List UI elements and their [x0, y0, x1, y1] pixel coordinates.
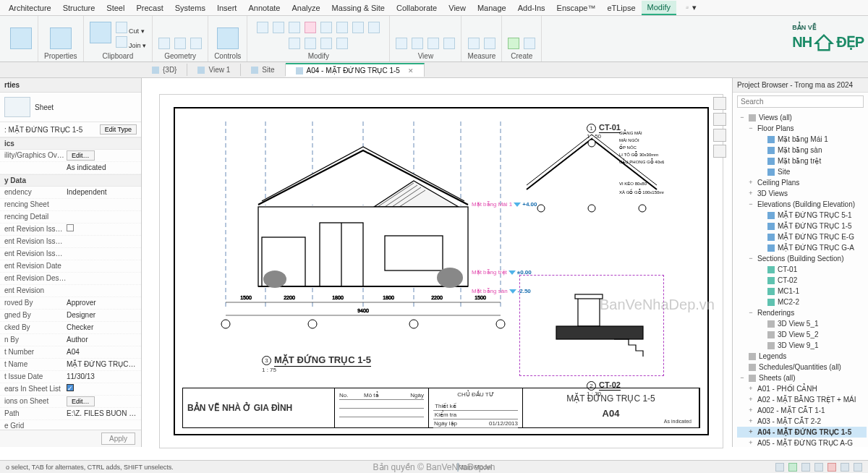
tree-item[interactable]: CT-02: [737, 275, 867, 286]
s-icon[interactable]: [801, 463, 810, 472]
prop-row[interactable]: endencyIndependent: [0, 187, 141, 199]
prop-row[interactable]: ions on SheetEdit…: [0, 396, 141, 408]
s-icon[interactable]: [854, 463, 862, 472]
tab-architecture[interactable]: Architecture: [3, 1, 57, 14]
zoom-icon[interactable]: [713, 129, 726, 142]
tab-analyze[interactable]: Analyze: [286, 1, 326, 14]
tree-item[interactable]: MẶT ĐỨNG TRỤC 5-1: [737, 210, 867, 221]
prop-row[interactable]: As indicated: [0, 162, 141, 174]
prop-row[interactable]: rencing Detail: [0, 211, 141, 223]
prop-row[interactable]: gned ByDesigner: [0, 310, 141, 322]
create-icon1[interactable]: [508, 38, 519, 49]
apply-button[interactable]: Apply: [101, 432, 135, 445]
tree-item[interactable]: Mặt bằng Mái 1: [737, 134, 867, 145]
dimension-icon[interactable]: [484, 38, 495, 49]
group-identity[interactable]: y Data: [0, 174, 141, 187]
tab-massing[interactable]: Massing & Site: [326, 1, 391, 14]
prop-row[interactable]: rencing Sheet: [0, 199, 141, 211]
tree-sheet-item[interactable]: +A002 - MẶT CẮT 1-1: [737, 405, 867, 416]
properties-icon[interactable]: [50, 27, 72, 49]
view-tab-view1[interactable]: View 1: [187, 64, 241, 76]
type-selector[interactable]: Sheet: [0, 93, 141, 122]
tree-sheet-item[interactable]: +A02 - MẶT BẰNG TRỆT + MÁI: [737, 394, 867, 405]
rotate-icon[interactable]: [336, 22, 348, 33]
browser-search[interactable]: [737, 95, 864, 108]
tree-item[interactable]: MC1-1: [737, 286, 867, 297]
align-icon[interactable]: [257, 22, 268, 33]
tab-view[interactable]: View: [443, 1, 472, 14]
tab-insert[interactable]: Insert: [211, 1, 243, 14]
tree-item[interactable]: MẶT ĐỨNG TRỤC G-A: [737, 242, 867, 253]
view-icon3[interactable]: [427, 38, 439, 49]
tab-context-icon[interactable]: ▫️▾: [676, 1, 702, 14]
tab-precast[interactable]: Precast: [130, 1, 169, 14]
copy-icon[interactable]: [320, 22, 332, 33]
detail-ct01[interactable]: GIẰNG MÁI MÁI NGÓI ỐP NÓC LI TÔ GỖ 30x30…: [519, 127, 664, 214]
tree-item[interactable]: 3D View 9_1: [737, 340, 867, 351]
prop-row[interactable]: cked ByChecker: [0, 322, 141, 334]
view-tab-a04[interactable]: A04 - MẶT ĐỨNG TRỤC 1-5✕: [286, 63, 425, 77]
prop-row[interactable]: roved ByApprover: [0, 297, 141, 310]
prop-row[interactable]: ent Revision Date: [0, 260, 141, 273]
tree-legends[interactable]: Legends: [737, 351, 867, 362]
tree-item[interactable]: MẶT ĐỨNG TRỤC E-G: [737, 231, 867, 242]
prop-row[interactable]: ent Revision Issued To: [0, 248, 141, 260]
geom-icon2[interactable]: [190, 38, 202, 49]
view-tab-site[interactable]: Site: [241, 64, 285, 76]
tree-sheets[interactable]: −Sheets (all): [737, 372, 867, 383]
tree-sections[interactable]: −Sections (Building Section): [737, 253, 867, 264]
tab-manage[interactable]: Manage: [472, 1, 512, 14]
tab-structure[interactable]: Structure: [57, 1, 101, 14]
tree-renderings[interactable]: −Renderings: [737, 307, 867, 318]
s-icon[interactable]: [827, 463, 836, 472]
prop-row[interactable]: t Issue Date11/30/13: [0, 371, 141, 383]
tree-item[interactable]: 3D View 5_2: [737, 329, 867, 340]
offset-icon[interactable]: [273, 22, 284, 33]
prop-row[interactable]: t NameMẶT ĐỨNG TRỤC 1-5: [0, 359, 141, 371]
edit-button[interactable]: Edit…: [67, 150, 95, 161]
tab-steel[interactable]: Steel: [101, 1, 130, 14]
cope-icon[interactable]: [158, 38, 170, 49]
cut-item[interactable]: Cut ▾: [116, 22, 147, 35]
view-icon1[interactable]: [396, 38, 407, 49]
tree-sheet-item[interactable]: +A01 - PHỐI CẢNH: [737, 383, 867, 394]
prop-row[interactable]: ent Revision Issued: [0, 223, 141, 236]
prop-row[interactable]: PathE:\Z. FILES BUON BAN\NH…: [0, 408, 141, 420]
split-icon[interactable]: [368, 22, 380, 33]
prop-row[interactable]: t NumberA04: [0, 346, 141, 359]
s-icon[interactable]: [814, 463, 823, 472]
view-tab-3d[interactable]: {3D}: [142, 64, 187, 76]
navwheel-icon[interactable]: [713, 97, 726, 110]
s-icon[interactable]: [841, 463, 849, 472]
tab-annotate[interactable]: Annotate: [242, 1, 286, 14]
orbit-icon[interactable]: [713, 145, 726, 158]
tree-item[interactable]: Mặt bằng trệt: [737, 155, 867, 166]
tab-modify[interactable]: Modify: [642, 1, 676, 15]
view-icon4[interactable]: [443, 38, 455, 49]
tree-schedules[interactable]: Schedules/Quantities (all): [737, 362, 867, 372]
instance-selector[interactable]: : MẶT ĐỨNG TRỤC 1-5 Edit Type: [0, 122, 141, 137]
prop-row[interactable]: n ByAuthor: [0, 334, 141, 346]
detail-ct02[interactable]: [519, 275, 664, 376]
array-icon[interactable]: [289, 38, 300, 49]
tab-systems[interactable]: Systems: [169, 1, 211, 14]
prop-row[interactable]: ent Revision Descripti…: [0, 273, 141, 285]
edit-button[interactable]: Edit…: [67, 396, 95, 406]
tree-3dviews[interactable]: +3D Views: [737, 188, 867, 199]
pan-icon[interactable]: [713, 113, 726, 126]
modify-cursor-icon[interactable]: [10, 27, 32, 49]
activate-icon[interactable]: [217, 27, 239, 49]
tree-sheet-item[interactable]: +A03 - MẶT CẮT 2-2: [737, 416, 867, 427]
tree-item[interactable]: Mặt bằng sàn: [737, 145, 867, 155]
tree-floorplans[interactable]: −Floor Plans: [737, 123, 867, 134]
tree-elevations[interactable]: −Elevations (Building Elevation): [737, 199, 867, 210]
tree-item[interactable]: 3D View 5_1: [737, 318, 867, 329]
mirror-icon[interactable]: [289, 22, 300, 33]
prop-row[interactable]: ility/Graphics Overrid…Edit…: [0, 150, 141, 162]
tab-collaborate[interactable]: Collaborate: [391, 1, 443, 14]
move-icon[interactable]: [305, 22, 316, 33]
tab-enscape[interactable]: Enscape™: [551, 1, 602, 14]
paste-icon[interactable]: [90, 22, 111, 43]
edit-type-button[interactable]: Edit Type: [100, 124, 137, 135]
view-icon2[interactable]: [412, 38, 423, 49]
